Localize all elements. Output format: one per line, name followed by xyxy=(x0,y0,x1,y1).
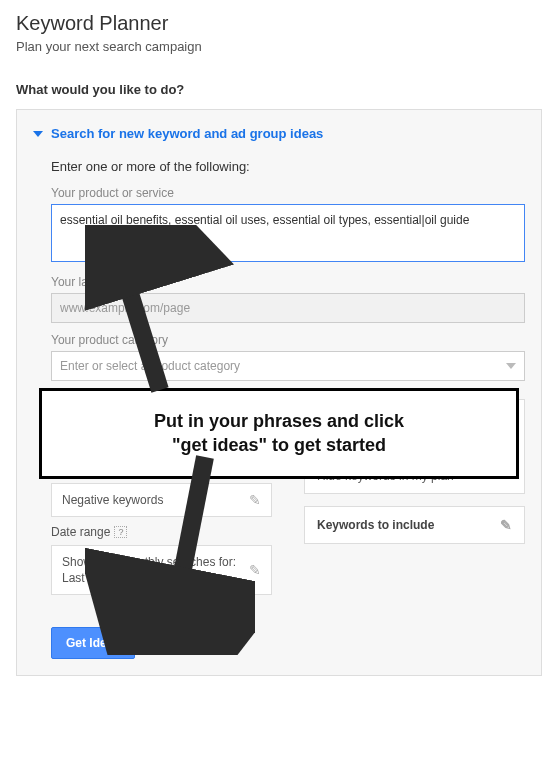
expander-title: Search for new keyword and ad group idea… xyxy=(51,126,323,141)
page-title: Keyword Planner xyxy=(16,12,542,35)
pencil-icon[interactable]: ✎ xyxy=(500,517,512,533)
form-intro: Enter one or more of the following: xyxy=(51,159,525,174)
expander-search-ideas[interactable]: Search for new keyword and ad group idea… xyxy=(33,126,525,141)
chevron-down-icon xyxy=(33,131,43,137)
prompt-text: What would you like to do? xyxy=(16,82,542,97)
page-subtitle: Plan your next search campaign xyxy=(16,39,542,54)
svg-line-0 xyxy=(115,245,160,390)
keywords-include-box[interactable]: Keywords to include ✎ xyxy=(304,506,525,544)
keywords-include-title: Keywords to include xyxy=(317,518,434,532)
chevron-down-icon xyxy=(506,363,516,369)
svg-line-1 xyxy=(173,457,205,620)
product-label: Your product or service xyxy=(51,186,525,200)
arrow-annotation-icon xyxy=(85,225,255,655)
